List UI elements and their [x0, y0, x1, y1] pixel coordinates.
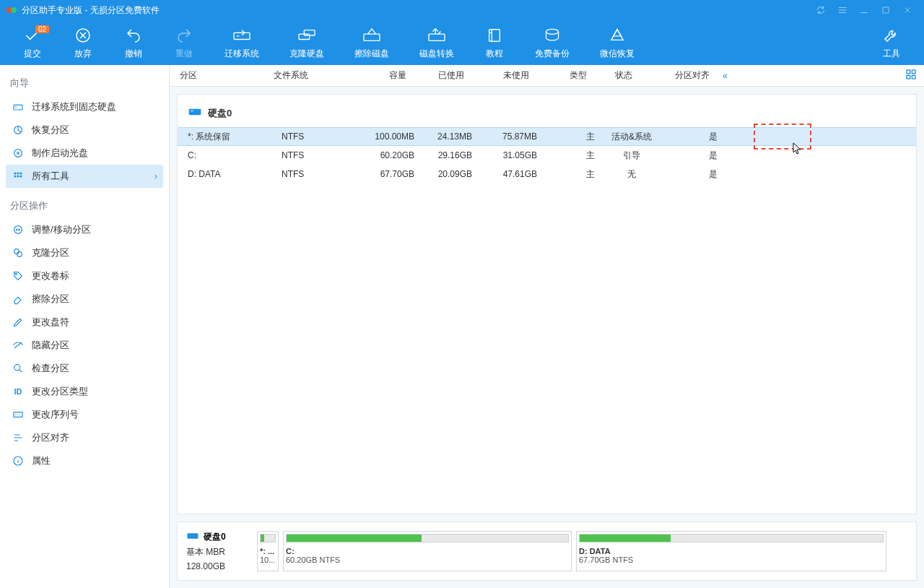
- diskmap-segment[interactable]: *: ... 10...: [257, 531, 279, 571]
- svg-point-16: [17, 173, 19, 174]
- pie-icon: [12, 124, 25, 137]
- sidebar-ops-item[interactable]: 调整/移动分区: [6, 218, 163, 241]
- disc-icon: [12, 147, 25, 160]
- sidebar-ops-item[interactable]: 更改盘符: [6, 311, 163, 334]
- svg-point-14: [17, 152, 19, 155]
- convert-button[interactable]: 磁盘转换: [404, 21, 469, 64]
- grid-icon: [12, 170, 25, 183]
- svg-point-15: [14, 173, 16, 174]
- sidebar-item-label: 隐藏分区: [32, 339, 69, 352]
- cell-partition: C:: [185, 150, 279, 160]
- sidebar-wizard-item[interactable]: 恢复分区: [6, 118, 163, 142]
- table-row[interactable]: D: DATA NTFS 67.70GB 20.09GB 47.61GB 主 无…: [178, 165, 916, 183]
- diskmap-segment[interactable]: D: DATA 67.70GB NTFS: [576, 531, 886, 571]
- col-status[interactable]: 状态: [596, 69, 661, 82]
- cell-align: 是: [668, 150, 726, 162]
- usage-bar: [260, 534, 276, 542]
- layout-toggle-icon[interactable]: [905, 69, 917, 82]
- sidebar-ops-item[interactable]: 更改序列号: [6, 403, 163, 426]
- sidebar-wizard-item[interactable]: 制作启动光盘: [6, 142, 163, 165]
- sidebar-item-label: 擦除分区: [32, 293, 69, 306]
- sidebar-item-label: 所有工具: [32, 170, 69, 183]
- maximize-button[interactable]: [875, 0, 897, 20]
- cell-status: 无: [603, 168, 668, 181]
- cell-type: 主: [546, 168, 603, 181]
- clone-button[interactable]: 克隆硬盘: [274, 21, 339, 64]
- discard-button[interactable]: 放弃: [58, 21, 108, 64]
- cell-free: 47.61GB: [481, 169, 546, 179]
- cell-status: 活动&系统: [603, 131, 668, 143]
- undo-icon: [125, 26, 142, 45]
- column-header: 分区 文件系统 容量 已使用 未使用 类型 状态 分区对齐 «: [170, 65, 924, 87]
- sidebar-item-label: 更改盘符: [32, 316, 69, 329]
- sidebar-ops-item[interactable]: ID更改分区类型: [6, 380, 163, 403]
- wipe-button[interactable]: 擦除磁盘: [339, 21, 404, 64]
- svg-point-1: [11, 7, 17, 13]
- partition-grid: 硬盘0 *: 系统保留 NTFS 100.00MB 24.13MB 75.87M…: [177, 94, 917, 514]
- disk-map-header[interactable]: 硬盘0 基本 MBR 128.00GB: [186, 531, 251, 571]
- sidebar-item-label: 更改卷标: [32, 269, 69, 282]
- sidebar-ops-item[interactable]: 更改卷标: [6, 264, 163, 287]
- refresh-button[interactable]: [810, 0, 832, 20]
- undo-button[interactable]: 撤销: [108, 21, 159, 64]
- usage-bar: [286, 534, 569, 542]
- cell-used: 24.13MB: [423, 131, 481, 142]
- wechat-recovery-button[interactable]: 微信恢复: [585, 21, 650, 64]
- svg-rect-2: [883, 7, 889, 13]
- collapse-columns-icon[interactable]: «: [723, 71, 728, 81]
- id-icon: ID: [12, 385, 25, 398]
- clone-icon: [297, 26, 316, 45]
- status-highlight-box: [754, 124, 811, 150]
- wrench-icon: [883, 26, 900, 45]
- svg-rect-4: [234, 33, 250, 39]
- window-title: 分区助手专业版 - 无损分区免费软件: [22, 4, 160, 17]
- svg-point-13: [14, 150, 22, 157]
- redo-button[interactable]: 重做: [159, 21, 209, 64]
- sidebar-ops-item[interactable]: 检查分区: [6, 357, 163, 380]
- commit-button[interactable]: 02 提交: [7, 21, 58, 64]
- svg-rect-31: [912, 75, 915, 79]
- align-icon: [12, 431, 25, 444]
- col-free[interactable]: 未使用: [473, 69, 538, 82]
- sidebar-section-ops: 分区操作: [6, 194, 163, 218]
- col-used[interactable]: 已使用: [415, 69, 473, 82]
- book-icon: [487, 26, 502, 45]
- backup-button[interactable]: 免费备份: [520, 21, 585, 64]
- cell-capacity: 60.20GB: [351, 150, 423, 160]
- col-align[interactable]: 分区对齐: [661, 69, 718, 82]
- cell-partition: D: DATA: [185, 169, 279, 179]
- minimize-button[interactable]: [853, 0, 875, 20]
- close-button[interactable]: [897, 0, 918, 20]
- segment-label: C:: [286, 547, 569, 555]
- sidebar-wizard-item[interactable]: 所有工具›: [6, 165, 163, 188]
- sidebar-ops-item[interactable]: 克隆分区: [6, 241, 163, 264]
- serial-icon: [12, 408, 25, 421]
- menu-button[interactable]: [832, 0, 853, 20]
- col-type[interactable]: 类型: [538, 69, 596, 82]
- cell-free: 75.87MB: [481, 131, 546, 142]
- sidebar-ops-item[interactable]: 擦除分区: [6, 287, 163, 311]
- svg-rect-33: [190, 111, 193, 112]
- main-toolbar: 02 提交 放弃 撤销 重做 迁移系统 克隆硬盘 擦除磁盘 磁盘转换 教程 免费…: [0, 20, 924, 65]
- sidebar-wizard-item[interactable]: 迁移系统到固态硬盘: [6, 95, 163, 118]
- svg-rect-8: [429, 34, 445, 40]
- segment-sublabel: 10...: [260, 555, 276, 564]
- svg-point-18: [14, 176, 16, 177]
- col-capacity[interactable]: 容量: [343, 69, 415, 82]
- migrate-button[interactable]: 迁移系统: [209, 21, 274, 64]
- svg-rect-32: [189, 109, 201, 115]
- hide-icon: [12, 339, 25, 352]
- segment-sublabel: 67.70GB NTFS: [579, 555, 884, 564]
- tools-button[interactable]: 工具: [866, 21, 917, 64]
- col-fs[interactable]: 文件系统: [271, 69, 343, 82]
- cell-capacity: 67.70GB: [351, 169, 423, 179]
- main-panel: 分区 文件系统 容量 已使用 未使用 类型 状态 分区对齐 « 硬盘0 *: 系…: [170, 65, 924, 588]
- search-icon: [12, 362, 25, 375]
- eraser-icon: [12, 293, 25, 306]
- col-partition[interactable]: 分区: [177, 69, 271, 82]
- sidebar-ops-item[interactable]: 属性: [6, 449, 163, 472]
- diskmap-segment[interactable]: C: 60.20GB NTFS: [283, 531, 572, 571]
- tutorial-button[interactable]: 教程: [469, 21, 520, 64]
- sidebar-ops-item[interactable]: 分区对齐: [6, 426, 163, 449]
- sidebar-ops-item[interactable]: 隐藏分区: [6, 334, 163, 357]
